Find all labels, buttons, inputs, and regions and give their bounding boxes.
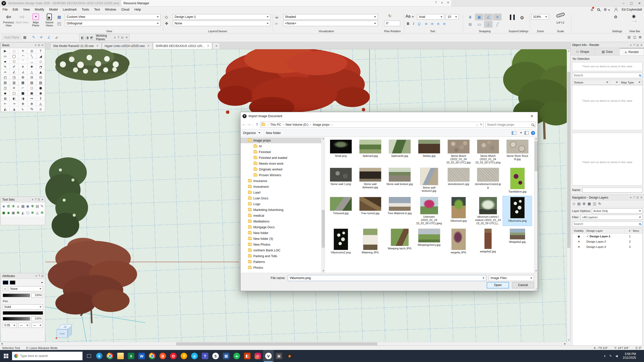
new-folder-button[interactable]: New folder bbox=[266, 131, 281, 135]
tool-set-button[interactable]: ❀ bbox=[11, 203, 16, 209]
render-style-icon[interactable]: ∞ bbox=[275, 21, 278, 26]
layer-row[interactable]: ✕ Design Layer-2 2 bbox=[572, 239, 642, 244]
menu-item[interactable]: Window bbox=[102, 7, 118, 13]
saved-views-button[interactable]: Saved Views bbox=[43, 14, 56, 27]
panel-menu-icon[interactable]: ≡ bbox=[630, 196, 632, 199]
dialog-search-box[interactable] bbox=[485, 122, 536, 128]
tool-set-button[interactable]: ◬ bbox=[35, 209, 40, 216]
folder-tree-item[interactable]: Loan Docs bbox=[240, 195, 325, 201]
file-tile[interactable]: Stone Mulch (2022_01_24 23_02_00 UTC).pn… bbox=[473, 139, 503, 165]
folder-tree-item[interactable]: Image props bbox=[240, 138, 325, 143]
home-icon[interactable]: ⌂ bbox=[591, 7, 593, 12]
panel-close-icon[interactable]: ✕ bbox=[640, 44, 642, 47]
text-align-button[interactable]: ≡ bbox=[435, 21, 441, 27]
layer-row[interactable]: ◉ ✓ Design Layer-1 1 bbox=[572, 234, 642, 239]
text-style-button[interactable]: Aa bbox=[406, 14, 414, 19]
snap-toggle[interactable]: ⊥ bbox=[484, 21, 493, 28]
drawing-tool-button[interactable]: ⊗ bbox=[27, 101, 36, 106]
folder-tree-item[interactable]: New Photos bbox=[240, 242, 325, 247]
texture-search[interactable] bbox=[572, 73, 642, 78]
viewbar-slider[interactable]: －＋ bbox=[627, 20, 642, 23]
class-icon[interactable]: ❖ bbox=[165, 21, 168, 26]
folder-tree-item[interactable]: Mortgage Docs bbox=[240, 224, 325, 230]
suspend-snapping-icon[interactable]: ▍▍ bbox=[510, 15, 517, 20]
drawing-tool-button[interactable]: ◻ bbox=[10, 59, 18, 64]
auto-plane-button[interactable]: Auto-Plane bbox=[2, 35, 21, 40]
drawing-tool-button[interactable]: ◐ bbox=[10, 96, 18, 101]
files-scrollbar[interactable]: ▲▼ bbox=[534, 137, 538, 273]
drawing-tool-button[interactable]: ⌒ bbox=[18, 59, 27, 64]
drawing-tool-button[interactable]: ≡ bbox=[10, 85, 18, 90]
file-tile[interactable]: Tickseed.jpg bbox=[326, 196, 355, 226]
file-tile[interactable]: Stone wall texture2.jpg bbox=[414, 167, 444, 194]
taskbar-app-icon[interactable]: O bbox=[168, 350, 179, 362]
col-visibility[interactable]: Visibility bbox=[572, 229, 585, 233]
file-tile[interactable]: Tiarellalron.jpg bbox=[503, 167, 532, 194]
dialog-close-icon[interactable]: ✕ bbox=[528, 114, 536, 118]
open-button[interactable]: Open bbox=[487, 282, 509, 288]
cancel-button[interactable]: Cancel bbox=[512, 282, 534, 288]
line-marker-end-select[interactable]: — bbox=[31, 323, 43, 328]
drawing-tool-button[interactable]: ◆ bbox=[1, 90, 10, 96]
rm-close-icon[interactable]: ✕ bbox=[446, 1, 451, 6]
layer-select[interactable]: Design Layer-1 bbox=[173, 14, 270, 20]
render-style-select[interactable]: <None> bbox=[283, 21, 378, 26]
wp-pin-icon[interactable]: ⊡ bbox=[121, 36, 124, 39]
fill-color-swatch[interactable] bbox=[3, 281, 8, 285]
scale-ruler-icon[interactable] bbox=[556, 12, 565, 18]
filter-select[interactable]: <All Layers> bbox=[580, 215, 642, 220]
folder-tree-item[interactable]: Parking and Tolls bbox=[240, 253, 325, 259]
folder-tree-item[interactable]: Finished bbox=[240, 149, 325, 155]
folder-tree-item[interactable]: Proven Winners bbox=[240, 172, 325, 178]
taskbar-app-icon[interactable]: ● bbox=[231, 350, 242, 362]
drawing-tool-button[interactable]: ▣ bbox=[27, 90, 36, 96]
palette-menu-icon[interactable]: ≡ bbox=[35, 275, 37, 277]
file-tile[interactable]: Viburnums2.png bbox=[326, 228, 355, 255]
nav-saved-views-icon[interactable]: ◫ bbox=[593, 202, 596, 206]
tab-render[interactable]: ☕Render bbox=[620, 48, 644, 55]
menu-item[interactable]: Modify bbox=[32, 7, 47, 13]
text-align-button[interactable]: ≡ bbox=[423, 21, 429, 27]
folder-tree-item[interactable]: Laart bbox=[240, 190, 325, 195]
tool-set-button[interactable]: ⌂ bbox=[16, 203, 20, 209]
drawing-tool-button[interactable]: ✐ bbox=[10, 64, 18, 69]
snap-settings-gear-icon[interactable]: ⚙ bbox=[520, 15, 524, 20]
text-align-button[interactable]: ≡ bbox=[429, 21, 435, 27]
canvas-horizontal-scrollbar[interactable]: ◀▶ bbox=[0, 342, 567, 345]
drawing-tool-button[interactable]: ▨ bbox=[36, 80, 45, 85]
menu-item[interactable]: Cloud bbox=[119, 7, 132, 13]
file-tile[interactable]: Tree tunnel.jpg bbox=[355, 196, 385, 226]
taskbar-app-icon[interactable]: ◎ bbox=[253, 350, 263, 362]
wp-close-icon[interactable]: ✕ bbox=[126, 36, 128, 39]
layer-visibility-icon[interactable]: ✕ bbox=[572, 240, 585, 243]
tab-close-icon[interactable]: ✕ bbox=[147, 44, 150, 48]
drawing-tool-button[interactable]: ◉ bbox=[36, 90, 45, 96]
tab-close-icon[interactable]: ✕ bbox=[96, 44, 99, 48]
menu-item[interactable]: Landmark bbox=[60, 7, 79, 13]
drawing-tool-button[interactable]: ⊕ bbox=[18, 101, 27, 106]
drawing-tool-button[interactable]: ○ bbox=[27, 85, 36, 90]
layer-visibility-icon[interactable]: ✕ bbox=[572, 245, 585, 249]
drawing-tool-button[interactable]: ✎ bbox=[1, 64, 10, 69]
folder-tree-item[interactable]: Marketing Advertising bbox=[240, 207, 325, 213]
drawing-tool-button[interactable]: ◔ bbox=[36, 64, 45, 69]
drawing-tool-button[interactable]: ▥ bbox=[10, 80, 18, 85]
zoom-select[interactable]: 319% bbox=[531, 14, 549, 20]
drawing-tool-button[interactable]: ▧ bbox=[27, 80, 36, 85]
tool-set-button[interactable]: ✽ bbox=[16, 209, 20, 216]
file-tile[interactable]: viburnum-carlesi i mature (2022_01_24 23… bbox=[473, 196, 503, 226]
font-size-select[interactable]: 10 bbox=[446, 14, 459, 20]
user-avatar-icon[interactable] bbox=[614, 8, 618, 11]
menu-item[interactable]: Help bbox=[132, 7, 143, 13]
breadcrumb-item[interactable]: Image props bbox=[308, 123, 330, 126]
drawing-tool-button[interactable]: ⌐ bbox=[18, 85, 27, 90]
drawing-tool-button[interactable]: ◰ bbox=[1, 74, 10, 80]
drawing-tool-button[interactable]: ◇ bbox=[36, 59, 45, 64]
palette-help-icon[interactable]: ? bbox=[35, 198, 36, 201]
drawing-tool-button[interactable]: ◫ bbox=[1, 85, 10, 90]
tool-set-button[interactable]: ❁ bbox=[40, 209, 45, 216]
drawing-tool-button[interactable]: ◌ bbox=[10, 48, 18, 53]
next-view-button[interactable]: ⇨ Next View bbox=[16, 14, 29, 24]
folder-tree-item[interactable]: Logo bbox=[240, 201, 325, 207]
nav-classes-icon[interactable]: ◇ bbox=[573, 202, 575, 206]
